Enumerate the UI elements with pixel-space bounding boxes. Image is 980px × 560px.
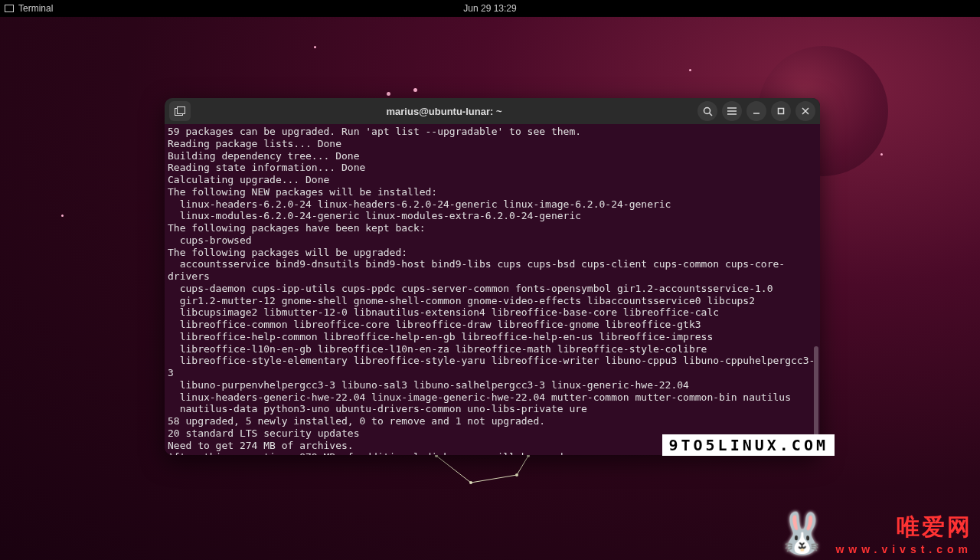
svg-line-2 — [517, 456, 528, 475]
svg-line-10 — [709, 113, 712, 116]
top-bar-left[interactable]: Terminal — [5, 3, 53, 14]
gnome-top-bar: Terminal Jun 29 13:29 — [0, 0, 980, 17]
top-bar-clock[interactable]: Jun 29 13:29 — [463, 3, 516, 14]
terminal-app-icon — [5, 5, 14, 12]
watermark-vivst-url: www.vivst.com — [835, 543, 972, 555]
terminal-text: 59 packages can be upgraded. Run 'apt li… — [168, 126, 815, 455]
wallpaper-star — [413, 88, 417, 92]
window-titlebar[interactable]: marius@ubuntu-lunar: ~ — [165, 98, 820, 124]
hamburger-menu-button[interactable] — [722, 101, 742, 121]
wallpaper-star — [387, 92, 390, 96]
svg-line-1 — [471, 475, 517, 483]
minimize-button[interactable] — [746, 101, 766, 121]
svg-rect-15 — [779, 109, 784, 114]
svg-point-9 — [704, 107, 710, 113]
wallpaper-star — [314, 46, 316, 48]
top-bar-app-name: Terminal — [18, 3, 53, 14]
new-tab-button[interactable] — [169, 101, 191, 121]
svg-point-5 — [515, 473, 518, 476]
wallpaper-constellation — [429, 452, 536, 498]
watermark-vivst-cn: 唯爱网 — [835, 512, 972, 543]
wallpaper-star — [61, 215, 64, 217]
watermark-9to5linux: 9TO5LINUX.COM — [662, 434, 835, 456]
svg-point-4 — [469, 481, 472, 484]
svg-rect-8 — [178, 107, 185, 114]
wallpaper-star — [689, 69, 691, 71]
close-button[interactable] — [795, 101, 815, 121]
terminal-output[interactable]: 59 packages can be upgraded. Run 'apt li… — [165, 124, 820, 455]
watermark-vivst: 唯爱网 www.vivst.com — [835, 512, 972, 555]
window-title: marius@ubuntu-lunar: ~ — [194, 106, 694, 117]
search-button[interactable] — [697, 101, 717, 121]
terminal-window: marius@ubuntu-lunar: ~ 59 packages can b… — [165, 98, 820, 455]
wallpaper-star — [880, 153, 883, 156]
svg-line-0 — [436, 456, 471, 483]
bunny-icon: 🐰 — [777, 510, 827, 557]
maximize-button[interactable] — [771, 101, 791, 121]
